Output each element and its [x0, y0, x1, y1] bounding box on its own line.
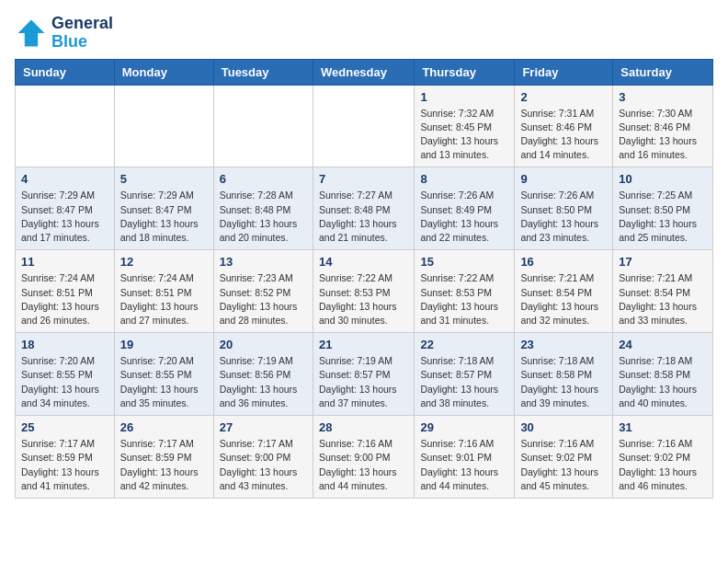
calendar-day-4: 4Sunrise: 7:29 AM Sunset: 8:47 PM Daylig…: [16, 167, 115, 250]
calendar-day-16: 16Sunrise: 7:21 AM Sunset: 8:54 PM Dayli…: [515, 250, 613, 333]
day-number: 9: [520, 172, 607, 186]
calendar-day-23: 23Sunrise: 7:18 AM Sunset: 8:58 PM Dayli…: [515, 333, 613, 416]
day-number: 28: [319, 420, 408, 434]
calendar-day-22: 22Sunrise: 7:18 AM Sunset: 8:57 PM Dayli…: [415, 333, 515, 416]
weekday-header-monday: Monday: [114, 59, 213, 85]
calendar-week-row: 1Sunrise: 7:32 AM Sunset: 8:45 PM Daylig…: [16, 85, 713, 167]
calendar-day-17: 17Sunrise: 7:21 AM Sunset: 8:54 PM Dayli…: [613, 250, 713, 333]
calendar-day-8: 8Sunrise: 7:26 AM Sunset: 8:49 PM Daylig…: [415, 167, 515, 250]
day-number: 24: [619, 338, 707, 351]
day-number: 14: [319, 255, 408, 269]
day-info: Sunrise: 7:28 AM Sunset: 8:48 PM Dayligh…: [220, 189, 307, 245]
weekday-header-row: SundayMondayTuesdayWednesdayThursdayFrid…: [16, 59, 713, 85]
logo: General Blue: [15, 15, 113, 52]
day-info: Sunrise: 7:21 AM Sunset: 8:54 PM Dayligh…: [520, 271, 607, 327]
calendar-day-27: 27Sunrise: 7:17 AM Sunset: 9:00 PM Dayli…: [213, 416, 313, 499]
calendar-day-5: 5Sunrise: 7:29 AM Sunset: 8:47 PM Daylig…: [114, 167, 213, 250]
weekday-header-wednesday: Wednesday: [313, 59, 414, 85]
calendar-week-row: 4Sunrise: 7:29 AM Sunset: 8:47 PM Daylig…: [16, 167, 713, 250]
day-info: Sunrise: 7:16 AM Sunset: 9:00 PM Dayligh…: [319, 437, 408, 493]
calendar-day-28: 28Sunrise: 7:16 AM Sunset: 9:00 PM Dayli…: [313, 416, 414, 499]
day-number: 6: [220, 172, 307, 186]
calendar-week-row: 25Sunrise: 7:17 AM Sunset: 8:59 PM Dayli…: [16, 416, 713, 499]
day-info: Sunrise: 7:17 AM Sunset: 9:00 PM Dayligh…: [220, 437, 307, 493]
day-info: Sunrise: 7:30 AM Sunset: 8:46 PM Dayligh…: [619, 107, 707, 163]
day-number: 27: [220, 420, 307, 434]
day-number: 21: [319, 338, 408, 351]
calendar-empty-cell: [114, 85, 213, 167]
day-number: 12: [120, 255, 208, 269]
weekday-header-sunday: Sunday: [16, 59, 115, 85]
day-info: Sunrise: 7:31 AM Sunset: 8:46 PM Dayligh…: [520, 107, 607, 163]
day-info: Sunrise: 7:20 AM Sunset: 8:55 PM Dayligh…: [21, 354, 108, 410]
calendar-day-26: 26Sunrise: 7:17 AM Sunset: 8:59 PM Dayli…: [114, 416, 213, 499]
calendar-day-7: 7Sunrise: 7:27 AM Sunset: 8:48 PM Daylig…: [313, 167, 414, 250]
day-info: Sunrise: 7:23 AM Sunset: 8:52 PM Dayligh…: [220, 271, 307, 327]
day-number: 7: [319, 172, 408, 186]
calendar-day-19: 19Sunrise: 7:20 AM Sunset: 8:55 PM Dayli…: [114, 333, 213, 416]
calendar-day-11: 11Sunrise: 7:24 AM Sunset: 8:51 PM Dayli…: [16, 250, 115, 333]
day-info: Sunrise: 7:25 AM Sunset: 8:50 PM Dayligh…: [619, 189, 707, 245]
calendar-week-row: 18Sunrise: 7:20 AM Sunset: 8:55 PM Dayli…: [16, 333, 713, 416]
svg-marker-0: [18, 19, 45, 46]
calendar-day-20: 20Sunrise: 7:19 AM Sunset: 8:56 PM Dayli…: [213, 333, 313, 416]
day-number: 20: [220, 338, 307, 351]
calendar-day-31: 31Sunrise: 7:16 AM Sunset: 9:02 PM Dayli…: [613, 416, 713, 499]
day-number: 31: [619, 420, 707, 434]
day-number: 22: [420, 338, 508, 351]
day-info: Sunrise: 7:18 AM Sunset: 8:58 PM Dayligh…: [619, 354, 707, 410]
day-number: 18: [21, 338, 108, 351]
calendar-day-21: 21Sunrise: 7:19 AM Sunset: 8:57 PM Dayli…: [313, 333, 414, 416]
calendar-day-12: 12Sunrise: 7:24 AM Sunset: 8:51 PM Dayli…: [114, 250, 213, 333]
day-number: 26: [120, 420, 208, 434]
day-number: 16: [520, 255, 607, 269]
calendar-empty-cell: [16, 85, 115, 167]
day-number: 10: [619, 172, 707, 186]
day-number: 25: [21, 420, 108, 434]
day-info: Sunrise: 7:29 AM Sunset: 8:47 PM Dayligh…: [120, 189, 208, 245]
day-number: 17: [619, 255, 707, 269]
day-number: 23: [520, 338, 607, 351]
day-info: Sunrise: 7:32 AM Sunset: 8:45 PM Dayligh…: [420, 107, 508, 163]
day-number: 29: [420, 420, 508, 434]
day-info: Sunrise: 7:18 AM Sunset: 8:57 PM Dayligh…: [420, 354, 508, 410]
day-info: Sunrise: 7:26 AM Sunset: 8:50 PM Dayligh…: [520, 189, 607, 245]
day-number: 1: [420, 90, 508, 104]
calendar-table: SundayMondayTuesdayWednesdayThursdayFrid…: [15, 59, 713, 499]
calendar-day-14: 14Sunrise: 7:22 AM Sunset: 8:53 PM Dayli…: [313, 250, 414, 333]
weekday-header-saturday: Saturday: [613, 59, 713, 85]
day-info: Sunrise: 7:24 AM Sunset: 8:51 PM Dayligh…: [120, 271, 208, 327]
day-info: Sunrise: 7:20 AM Sunset: 8:55 PM Dayligh…: [120, 354, 208, 410]
day-info: Sunrise: 7:16 AM Sunset: 9:02 PM Dayligh…: [619, 437, 707, 493]
day-number: 2: [520, 90, 607, 104]
calendar-day-10: 10Sunrise: 7:25 AM Sunset: 8:50 PM Dayli…: [613, 167, 713, 250]
day-info: Sunrise: 7:19 AM Sunset: 8:56 PM Dayligh…: [220, 354, 307, 410]
calendar-day-9: 9Sunrise: 7:26 AM Sunset: 8:50 PM Daylig…: [515, 167, 613, 250]
day-info: Sunrise: 7:29 AM Sunset: 8:47 PM Dayligh…: [21, 189, 108, 245]
logo-text: General Blue: [51, 15, 113, 52]
calendar-week-row: 11Sunrise: 7:24 AM Sunset: 8:51 PM Dayli…: [16, 250, 713, 333]
calendar-day-1: 1Sunrise: 7:32 AM Sunset: 8:45 PM Daylig…: [415, 85, 515, 167]
day-info: Sunrise: 7:22 AM Sunset: 8:53 PM Dayligh…: [420, 271, 508, 327]
page-header: General Blue: [15, 15, 713, 52]
logo-icon: [15, 17, 48, 50]
calendar-day-13: 13Sunrise: 7:23 AM Sunset: 8:52 PM Dayli…: [213, 250, 313, 333]
calendar-day-2: 2Sunrise: 7:31 AM Sunset: 8:46 PM Daylig…: [515, 85, 613, 167]
day-info: Sunrise: 7:17 AM Sunset: 8:59 PM Dayligh…: [21, 437, 108, 493]
day-info: Sunrise: 7:26 AM Sunset: 8:49 PM Dayligh…: [420, 189, 508, 245]
day-number: 5: [120, 172, 208, 186]
calendar-day-15: 15Sunrise: 7:22 AM Sunset: 8:53 PM Dayli…: [415, 250, 515, 333]
day-info: Sunrise: 7:24 AM Sunset: 8:51 PM Dayligh…: [21, 271, 108, 327]
weekday-header-friday: Friday: [515, 59, 613, 85]
calendar-day-24: 24Sunrise: 7:18 AM Sunset: 8:58 PM Dayli…: [613, 333, 713, 416]
day-number: 30: [520, 420, 607, 434]
day-info: Sunrise: 7:16 AM Sunset: 9:02 PM Dayligh…: [520, 437, 607, 493]
day-number: 15: [420, 255, 508, 269]
day-number: 4: [21, 172, 108, 186]
day-number: 19: [120, 338, 208, 351]
day-info: Sunrise: 7:22 AM Sunset: 8:53 PM Dayligh…: [319, 271, 408, 327]
day-number: 13: [220, 255, 307, 269]
day-info: Sunrise: 7:27 AM Sunset: 8:48 PM Dayligh…: [319, 189, 408, 245]
calendar-day-3: 3Sunrise: 7:30 AM Sunset: 8:46 PM Daylig…: [613, 85, 713, 167]
calendar-day-6: 6Sunrise: 7:28 AM Sunset: 8:48 PM Daylig…: [213, 167, 313, 250]
